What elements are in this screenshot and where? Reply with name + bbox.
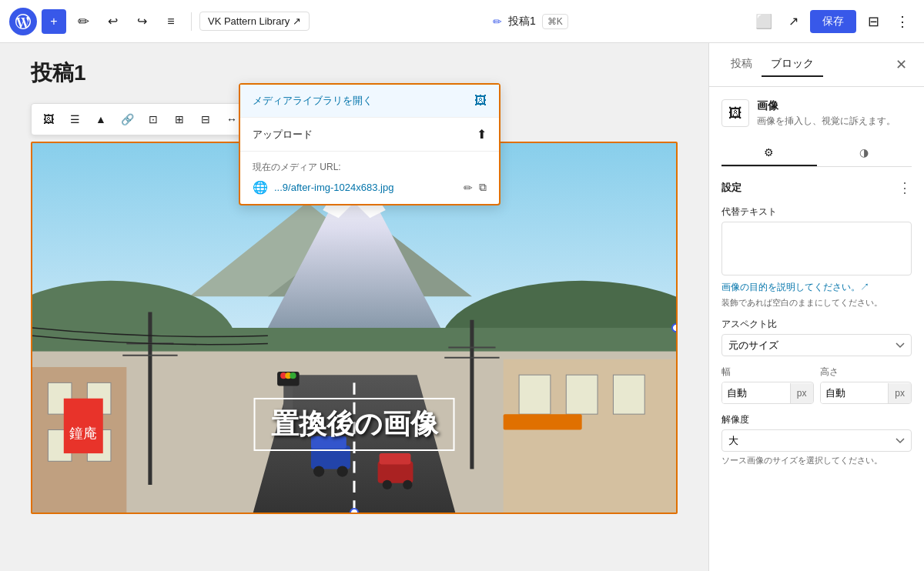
svg-rect-38 xyxy=(378,461,413,483)
media-library-label: メディアライブラリを開く xyxy=(253,94,373,108)
pattern-library-link[interactable]: VK Pattern Library ↗ xyxy=(199,12,310,31)
editor-area: 投稿1 🖼 ☰ ▲ 🔗 ⊡ ⊞ ⊟ ↔ 置換 ⋮ メディアライブラリを開く 🖼 … xyxy=(0,43,708,571)
alt-text-link[interactable]: 画像の目的を説明してください。↗ xyxy=(721,282,869,292)
document-overview-button[interactable]: ≡ xyxy=(159,9,183,34)
width-input-row: px xyxy=(721,382,814,404)
svg-point-33 xyxy=(290,372,296,379)
save-button[interactable]: 保存 xyxy=(810,10,856,33)
height-label: 高さ xyxy=(820,366,912,379)
globe-icon: 🌐 xyxy=(253,180,268,195)
add-block-button[interactable]: + xyxy=(42,9,66,34)
wp-logo[interactable] xyxy=(9,8,37,35)
height-input[interactable] xyxy=(821,382,889,403)
svg-rect-39 xyxy=(380,453,411,464)
block-name: 画像 xyxy=(757,99,896,113)
toolbar-right: ⬜ ↗ 保存 ⊟ ⋮ xyxy=(752,9,915,34)
alt-text-label: 代替テキスト xyxy=(721,205,912,219)
alt-text-input[interactable] xyxy=(721,222,912,275)
sidebar-tabs: 投稿 ブロック xyxy=(721,52,823,77)
more-options-button[interactable]: ⋮ xyxy=(890,9,915,34)
svg-rect-21 xyxy=(613,375,644,414)
crop-button[interactable]: ⊡ xyxy=(141,107,166,132)
upload-icon: ⬆ xyxy=(477,127,487,142)
height-unit: px xyxy=(888,383,911,403)
toolbar-separator-1 xyxy=(191,12,192,31)
post-title-area: ✏ 投稿1 xyxy=(493,15,536,28)
aspect-ratio-label: アスペクト比 xyxy=(721,318,912,331)
warning-button[interactable]: ▲ xyxy=(89,107,113,132)
image-overlay-text: 置換後の画像 xyxy=(254,398,455,451)
width-input[interactable] xyxy=(722,382,790,403)
svg-point-36 xyxy=(313,466,324,476)
dimension-row: 幅 px 高さ px xyxy=(721,366,912,404)
svg-rect-22 xyxy=(504,414,582,429)
undo-button[interactable]: ↩ xyxy=(100,9,125,34)
copy-url-button[interactable]: ⧉ xyxy=(479,181,487,194)
settings-title: 設定 xyxy=(721,181,742,195)
svg-point-37 xyxy=(337,466,348,476)
svg-rect-19 xyxy=(519,375,551,414)
upload-label: アップロード xyxy=(253,128,313,142)
height-group: 高さ px xyxy=(820,366,912,404)
block-settings-tab[interactable]: ⚙ xyxy=(721,140,817,166)
height-input-row: px xyxy=(820,382,912,404)
media-library-icon: 🖼 xyxy=(474,94,487,108)
image-type-button[interactable]: 🖼 xyxy=(36,107,61,132)
svg-point-40 xyxy=(383,480,392,489)
tools-button[interactable]: ✏ xyxy=(71,9,95,34)
url-actions: ✏ ⧉ xyxy=(464,181,487,194)
tab-post[interactable]: 投稿 xyxy=(721,52,762,77)
upload-item[interactable]: アップロード ⬆ xyxy=(240,118,499,151)
cmd-k-label: ⌘K xyxy=(547,16,563,27)
block-setting-tabs: ⚙ ◑ xyxy=(721,140,912,167)
media-library-item[interactable]: メディアライブラリを開く 🖼 xyxy=(240,85,499,118)
external-preview-button[interactable]: ↗ xyxy=(781,9,805,34)
replace-dropdown: メディアライブラリを開く 🖼 アップロード ⬆ 現在のメディア URL: 🌐 .… xyxy=(239,83,500,205)
current-url-link[interactable]: ...9/after-img-1024x683.jpg xyxy=(274,182,457,193)
tab-block[interactable]: ブロック xyxy=(762,52,823,77)
width-label: 幅 xyxy=(721,366,814,379)
resize-handle-bottom[interactable] xyxy=(350,508,359,513)
sidebar-header: 投稿 ブロック ✕ xyxy=(709,43,924,87)
block-info-text: 画像 画像を挿入し、視覚に訴えます。 xyxy=(757,99,896,128)
link-button[interactable]: 🔗 xyxy=(115,107,139,132)
aspect-ratio-select[interactable]: 元のサイズ xyxy=(721,334,912,356)
svg-point-41 xyxy=(403,480,412,489)
main-layout: 投稿1 🖼 ☰ ▲ 🔗 ⊡ ⊞ ⊟ ↔ 置換 ⋮ メディアライブラリを開く 🖼 … xyxy=(0,43,924,571)
settings-section-header: 設定 ⋮ xyxy=(721,179,912,196)
pattern-library-label: VK Pattern Library ↗ xyxy=(208,15,301,27)
width-unit: px xyxy=(790,383,813,403)
expand-button[interactable]: ⊟ xyxy=(193,107,218,132)
command-k-shortcut[interactable]: ⌘K xyxy=(542,14,568,29)
url-section-label: 現在のメディア URL: xyxy=(253,161,487,174)
toolbar-center: ✏ 投稿1 ⌘K xyxy=(314,14,747,29)
block-icon-glyph: 🖼 xyxy=(728,105,742,122)
resize-handle-right[interactable] xyxy=(671,323,676,332)
sidebar-toggle-button[interactable]: ⊟ xyxy=(861,9,886,34)
svg-text:鐘庵: 鐘庵 xyxy=(69,426,97,441)
url-section: 現在のメディア URL: 🌐 ...9/after-img-1024x683.j… xyxy=(240,151,499,204)
edit-url-button[interactable]: ✏ xyxy=(464,181,473,194)
block-description: 画像を挿入し、視覚に訴えます。 xyxy=(757,115,896,128)
top-toolbar: + ✏ ↩ ↪ ≡ VK Pattern Library ↗ ✏ 投稿1 ⌘K … xyxy=(0,0,924,43)
resolution-label: 解像度 xyxy=(721,413,912,426)
desktop-preview-button[interactable]: ⬜ xyxy=(752,9,776,34)
bookmark-button[interactable]: ⊞ xyxy=(167,107,192,132)
width-group: 幅 px xyxy=(721,366,814,404)
block-icon: 🖼 xyxy=(721,99,749,127)
post-name-label: 投稿1 xyxy=(508,15,536,28)
wp-logo-icon xyxy=(15,14,31,29)
close-sidebar-button[interactable]: ✕ xyxy=(890,54,912,75)
alt-text-description: 装飾であれば空白のままにしてください。 xyxy=(721,297,912,309)
settings-more-button[interactable]: ⋮ xyxy=(898,179,912,196)
right-sidebar: 投稿 ブロック ✕ 🖼 画像 画像を挿入し、視覚に訴えます。 ⚙ ◑ xyxy=(708,43,924,571)
block-style-tab[interactable]: ◑ xyxy=(817,140,912,166)
align-button[interactable]: ☰ xyxy=(62,107,87,132)
svg-rect-20 xyxy=(566,375,598,414)
redo-button[interactable]: ↪ xyxy=(129,9,154,34)
sidebar-body: 🖼 画像 画像を挿入し、視覚に訴えます。 ⚙ ◑ 設定 ⋮ 代替テキスト xyxy=(709,87,924,571)
edit-pen-icon: ✏ xyxy=(493,15,502,28)
resolution-note: ソース画像のサイズを選択してください。 xyxy=(721,455,912,466)
resolution-select[interactable]: 大 xyxy=(721,429,912,452)
url-row: 🌐 ...9/after-img-1024x683.jpg ✏ ⧉ xyxy=(253,180,487,195)
